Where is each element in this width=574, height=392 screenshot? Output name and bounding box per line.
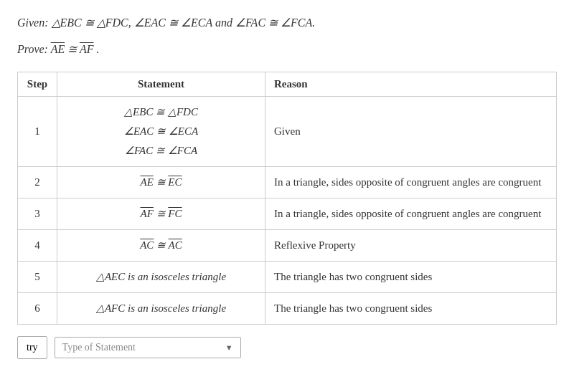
reason-cell: Given — [265, 97, 557, 167]
step-cell: 3 — [18, 199, 57, 230]
step-cell: 5 — [18, 262, 57, 293]
step-cell: 4 — [18, 230, 57, 262]
reason-cell: The triangle has two congruent sides — [265, 262, 557, 293]
try-button[interactable]: try — [17, 336, 47, 359]
reason-cell: Reflexive Property — [265, 230, 557, 262]
given-section: Given: △EBC ≅ △FDC, ∠EAC ≅ ∠ECA and ∠FAC… — [17, 13, 557, 32]
reason-cell: In a triangle, sides opposite of congrue… — [265, 167, 557, 199]
table-row: 1 △EBC ≅ △FDC ∠EAC ≅ ∠ECA ∠FAC ≅ ∠FCA Gi… — [18, 97, 557, 167]
given-label: Given: — [17, 16, 52, 29]
statement-cell: △AEC is an isosceles triangle — [57, 262, 265, 293]
table-row: 3 AF ≅ FC In a triangle, sides opposite … — [18, 199, 557, 230]
prove-text: Prove: AE ≅ AF . — [17, 39, 557, 59]
statement-type-dropdown[interactable]: Type of Statement ▼ — [55, 337, 241, 358]
dropdown-placeholder: Type of Statement — [62, 342, 136, 353]
step-cell: 1 — [18, 97, 57, 167]
statement-cell: △AFC is an isosceles triangle — [57, 293, 265, 325]
step-cell: 6 — [18, 293, 57, 325]
table-row: 6 △AFC is an isosceles triangle The tria… — [18, 293, 557, 325]
statement-cell: △EBC ≅ △FDC ∠EAC ≅ ∠ECA ∠FAC ≅ ∠FCA — [57, 97, 265, 167]
step-cell: 2 — [18, 167, 57, 199]
bottom-bar: try Type of Statement ▼ — [17, 336, 557, 359]
statement-cell: AC ≅ AC — [57, 230, 265, 262]
prove-section: Prove: AE ≅ AF . — [17, 39, 557, 59]
reason-cell: In a triangle, sides opposite of congrue… — [265, 199, 557, 230]
reason-cell: The triangle has two congruent sides — [265, 293, 557, 325]
statement-cell: AF ≅ FC — [57, 199, 265, 230]
table-row: 4 AC ≅ AC Reflexive Property — [18, 230, 557, 262]
table-header-row: Step Statement Reason — [18, 72, 557, 97]
col-header-step: Step — [18, 72, 57, 97]
table-row: 5 △AEC is an isosceles triangle The tria… — [18, 262, 557, 293]
chevron-down-icon: ▼ — [225, 343, 233, 352]
table-row: 2 AE ≅ EC In a triangle, sides opposite … — [18, 167, 557, 199]
proof-table: Step Statement Reason 1 △EBC ≅ △FDC ∠EAC… — [17, 72, 557, 325]
statement-cell: AE ≅ EC — [57, 167, 265, 199]
col-header-statement: Statement — [57, 72, 265, 97]
prove-label: Prove: — [17, 43, 51, 55]
col-header-reason: Reason — [265, 72, 557, 97]
given-text: Given: △EBC ≅ △FDC, ∠EAC ≅ ∠ECA and ∠FAC… — [17, 13, 557, 32]
